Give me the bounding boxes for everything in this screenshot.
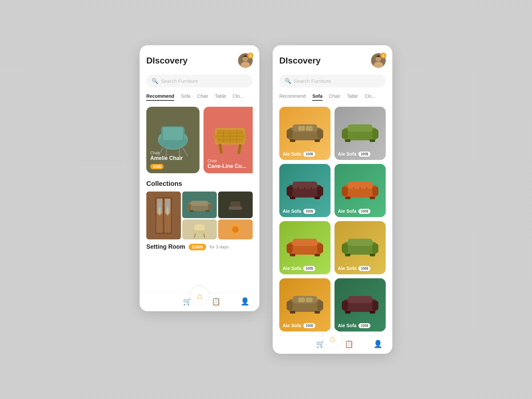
sofa-name-7: Aie Sofa — [283, 323, 301, 328]
screens-container: DIscovery 3 🔍 — [140, 45, 392, 354]
nav-orders-1[interactable]: 📋 — [211, 297, 220, 306]
svg-rect-92 — [348, 239, 372, 246]
collection-cell-sofa[interactable] — [182, 192, 217, 218]
svg-rect-42 — [193, 230, 206, 234]
sofa-price-7: 100$ — [303, 323, 315, 328]
tab-chair-2[interactable]: Chair — [329, 93, 340, 101]
card-category-2: Chair — [207, 159, 246, 163]
nav-orders-2[interactable]: 📋 — [344, 340, 353, 348]
svg-rect-35 — [190, 210, 194, 212]
sofa-card-7[interactable]: Aie Sofa 100$ — [279, 278, 331, 332]
sofa-img-6 — [342, 234, 378, 257]
svg-rect-60 — [342, 129, 348, 139]
home-icon-2: ⌂ — [330, 333, 335, 344]
orders-icon-2: 📋 — [344, 340, 353, 348]
svg-rect-88 — [315, 254, 320, 256]
svg-rect-93 — [345, 254, 350, 256]
svg-rect-97 — [317, 301, 323, 310]
svg-rect-52 — [287, 129, 293, 139]
tab-recommend-1[interactable]: Recommend — [146, 93, 174, 101]
price-badge-1: 100$ — [150, 164, 164, 169]
sofa-price-4: 100$ — [358, 209, 370, 214]
sofa-label-4: Aie Sofa 100$ — [338, 208, 370, 214]
tab-sofa-1[interactable]: Sofa — [181, 93, 191, 101]
sofa-label-6: Aie Sofa 100$ — [338, 266, 370, 271]
sofa-name-3: Aie Sofa — [283, 208, 301, 214]
sofa-card-2[interactable]: Aie Sofa 100$ — [334, 107, 386, 160]
home-bump-1: ⌂ — [190, 287, 209, 305]
chair-light-svg — [191, 221, 208, 238]
sofa-price-2: 100$ — [358, 152, 370, 157]
search-bar-2[interactable]: 🔍 Search Furniture — [279, 74, 386, 87]
home-icon-1: ⌂ — [197, 291, 202, 301]
sofa-price-1: 100$ — [303, 152, 315, 157]
app-title-1: DIscovery — [146, 56, 188, 66]
svg-rect-17 — [237, 144, 242, 154]
svg-point-72 — [304, 188, 306, 189]
collection-price: 1200$ — [189, 244, 206, 250]
collection-cell-wardrobe[interactable] — [146, 192, 181, 239]
sofa-card-6[interactable]: Aie Sofa 100$ — [334, 221, 386, 274]
featured-card-2[interactable]: Chair Cane-Line Cu... — [203, 107, 253, 173]
tab-sofa-2[interactable]: Sofa — [312, 93, 322, 101]
search-placeholder-1: Search Furniture — [161, 78, 198, 84]
collection-cell-chair-dark[interactable] — [218, 192, 253, 218]
phone-screen-1: DIscovery 3 🔍 — [140, 45, 259, 311]
tab-chair-1[interactable]: Chair — [197, 93, 208, 101]
collections-grid — [146, 192, 253, 239]
tab-recommend-2[interactable]: Recommend — [279, 93, 306, 101]
sofa-price-6: 100$ — [358, 266, 370, 271]
nav-profile-2[interactable]: 👤 — [373, 340, 382, 348]
sofa-price-8: 100$ — [358, 323, 370, 328]
sofa-card-5[interactable]: Aie Sofa 100$ — [279, 221, 331, 274]
svg-rect-96 — [287, 301, 293, 310]
svg-rect-16 — [218, 144, 223, 154]
card-info-1: Chair Amelie Chair 100$ — [150, 151, 196, 169]
avatar-wrapper-1[interactable]: 3 — [238, 53, 253, 68]
svg-rect-70 — [315, 197, 320, 199]
tab-closet-1[interactable]: Clo... — [233, 93, 244, 101]
sofa-card-8[interactable]: Aie Sofa 100$ — [334, 278, 386, 332]
sofa-card-4[interactable]: Aie Sofa 100$ — [334, 164, 386, 217]
notification-badge-1: 3 — [247, 53, 253, 59]
svg-rect-108 — [370, 311, 375, 314]
svg-rect-91 — [372, 244, 378, 253]
sofa-label-2: Aie Sofa 100$ — [338, 151, 370, 157]
sofa-card-3[interactable]: Aie Sofa 100$ — [279, 164, 331, 217]
cane-chair-svg — [208, 118, 252, 158]
svg-rect-105 — [372, 301, 378, 310]
svg-rect-15 — [240, 135, 247, 139]
svg-rect-67 — [317, 187, 323, 196]
wardrobe-svg — [154, 196, 174, 235]
svg-rect-102 — [315, 311, 320, 314]
orange-furniture-svg — [227, 219, 244, 239]
sofa-img-3 — [287, 177, 323, 200]
tab-closet-2[interactable]: Clo... — [365, 93, 376, 101]
sofa-price-3: 100$ — [303, 209, 315, 214]
featured-card-1[interactable]: Chair Amelie Chair 100$ — [146, 107, 200, 173]
orders-icon-1: 📋 — [211, 297, 220, 306]
svg-rect-36 — [205, 210, 209, 212]
collection-cell-orange[interactable] — [218, 219, 253, 239]
sofa-img-4 — [342, 177, 378, 200]
search-bar-1[interactable]: 🔍 Search Furniture — [146, 74, 253, 87]
svg-rect-32 — [187, 204, 191, 210]
svg-rect-99 — [298, 298, 305, 302]
sofa-grid: Aie Sofa 100$ Aie Sofa — [279, 107, 386, 335]
bottom-nav-1: ⌂ 🛒 📋 👤 — [140, 293, 259, 311]
tab-table-2[interactable]: Table — [347, 93, 358, 101]
svg-rect-94 — [370, 254, 375, 256]
sofa-img-7 — [287, 291, 323, 314]
sofa-card-1[interactable]: Aie Sofa 100$ — [279, 107, 331, 160]
collection-duration: for 3 days — [209, 244, 228, 249]
sofa-img-2 — [342, 119, 378, 143]
nav-profile-1[interactable]: 👤 — [240, 297, 249, 306]
collection-cell-chair-light[interactable] — [182, 219, 217, 239]
collection-label-row: Setting Room 1200$ for 3 days — [146, 243, 253, 250]
header-1: DIscovery 3 — [146, 53, 253, 68]
avatar-wrapper-2[interactable]: 3 — [371, 53, 386, 68]
svg-rect-53 — [317, 129, 323, 139]
svg-rect-38 — [229, 206, 242, 210]
tab-table-1[interactable]: Table — [215, 93, 226, 101]
svg-line-39 — [230, 210, 231, 213]
